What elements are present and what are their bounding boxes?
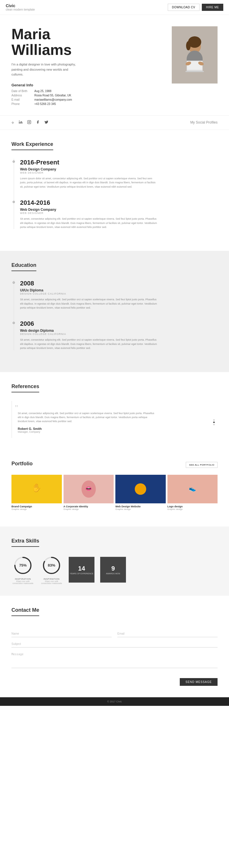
portfolio-item[interactable]: ✋ Brand Campaign Graphic design bbox=[11, 475, 62, 510]
hero-section: Maria Williams I'm a digital designer in… bbox=[0, 15, 229, 115]
last-name: Williams bbox=[11, 41, 72, 58]
instagram-icon[interactable] bbox=[27, 120, 31, 125]
skills-grid: 75% INSPIRATION Etiam non velit consecte… bbox=[11, 555, 218, 584]
portfolio-item-sublabel: Graphic design bbox=[63, 508, 114, 510]
info-label: Phone bbox=[11, 102, 34, 105]
timeline-desc: Lorem ipsum dolor sit amet, consectetur … bbox=[20, 177, 158, 189]
portfolio-item-label: A Corporate Identity bbox=[63, 505, 114, 508]
work-timeline-item: 2016-Present Web Design Company WEB DESI… bbox=[20, 159, 218, 189]
portfolio-header: Portfolio SEE ALL PORTFOLIO bbox=[11, 461, 218, 469]
reference-author: Robert G. Smith Manager, Company bbox=[18, 427, 212, 433]
form-row-2 bbox=[11, 641, 218, 648]
message-input[interactable] bbox=[11, 651, 218, 668]
subject-field bbox=[11, 641, 218, 648]
info-label: Date of Birth bbox=[11, 90, 34, 93]
facebook-icon[interactable] bbox=[36, 120, 40, 125]
education-timeline-item: 2008 UI/Ux Diploma DESIGN COLLEGE CALIFO… bbox=[20, 280, 218, 310]
extra-skills-section: Extra Skills 75% INSPIRATION Etiam non v… bbox=[0, 527, 229, 596]
timeline-year: 2016-Present bbox=[20, 159, 218, 166]
timeline-dot bbox=[12, 281, 15, 284]
svg-point-4 bbox=[186, 41, 191, 50]
dot-3 bbox=[213, 424, 215, 425]
circle-container: 83% bbox=[41, 555, 61, 576]
linkedin-icon[interactable] bbox=[19, 120, 23, 125]
timeline-dot bbox=[12, 160, 15, 163]
download-cv-button[interactable]: DOWNLOAD CV bbox=[168, 4, 200, 11]
navbar: Civic clean modern template DOWNLOAD CV … bbox=[0, 0, 229, 15]
svg-text:75%: 75% bbox=[19, 563, 27, 567]
dot-2 bbox=[213, 422, 215, 423]
education-degree: Web design Diploma bbox=[20, 329, 218, 333]
timeline-role: WEB DESIGNER bbox=[20, 171, 218, 174]
timeline-desc: Sit amet, consectetur adipiscing elit. S… bbox=[20, 217, 158, 229]
svg-text:👄: 👄 bbox=[85, 485, 92, 492]
education-timeline: 2008 UI/Ux Diploma DESIGN COLLEGE CALIFO… bbox=[11, 280, 218, 350]
portfolio-item[interactable]: 👟 Logo design Graphic design bbox=[168, 475, 218, 510]
twitter-icon[interactable] bbox=[45, 120, 48, 125]
portfolio-item-label: Logo design bbox=[168, 505, 218, 508]
info-row: Date of BirthAug 25, 1988 bbox=[11, 90, 166, 93]
education-desc: Sit amet, consectetur adipiscing elit. S… bbox=[20, 338, 158, 350]
info-row: Phone+43 5266 23 345 bbox=[11, 102, 166, 105]
stat-label: Awards Won bbox=[106, 572, 120, 575]
hire-me-button[interactable]: HIRE ME bbox=[202, 4, 223, 11]
logo-subtitle: clean modern template bbox=[6, 8, 35, 11]
portfolio-item-sublabel: Graphic design bbox=[115, 508, 166, 510]
portfolio-item[interactable]: 👄 A Corporate Identity Graphic design bbox=[63, 475, 114, 510]
education-section: Education 2008 UI/Ux Diploma DESIGN COLL… bbox=[0, 251, 229, 372]
portfolio-item[interactable]: Web Design Website Graphic design bbox=[115, 475, 166, 510]
info-label: Address bbox=[11, 94, 34, 97]
info-row: AddressRosia Road 55, Gibraltar, UK bbox=[11, 94, 166, 97]
nav-actions: DOWNLOAD CV HIRE ME bbox=[168, 4, 223, 11]
social-icons: ⟡ bbox=[11, 120, 48, 125]
info-value: Aug 25, 1988 bbox=[34, 90, 52, 93]
contact-title: Contact Me bbox=[11, 607, 39, 616]
portfolio-title: Portfolio bbox=[11, 461, 33, 469]
work-experience-title: Work Experience bbox=[11, 141, 53, 150]
timeline-role: WEB DESIGNER bbox=[20, 212, 218, 215]
stat-number: 14 bbox=[78, 565, 85, 572]
skill-stat: 9 Awards Won bbox=[100, 557, 126, 583]
social-bar: ⟡ My Social Profiles bbox=[0, 115, 229, 130]
info-row: E-mailmariawilliams@company.com bbox=[11, 98, 166, 101]
dot-1 bbox=[213, 419, 215, 421]
svg-point-15 bbox=[30, 121, 30, 121]
svg-rect-13 bbox=[27, 120, 31, 124]
portfolio-item-label: Web Design Website bbox=[115, 505, 166, 508]
portfolio-item-sublabel: Graphic design bbox=[11, 508, 62, 510]
quote-mark-icon: " bbox=[15, 403, 18, 412]
timeline-company: Web Design Company bbox=[20, 208, 218, 212]
subject-input[interactable] bbox=[11, 641, 218, 648]
education-year: 2006 bbox=[20, 320, 218, 328]
skill-circle-label: INSPIRATION bbox=[44, 578, 60, 580]
form-row-1 bbox=[11, 630, 218, 637]
portfolio-section: Portfolio SEE ALL PORTFOLIO ✋ Brand Camp… bbox=[0, 449, 229, 527]
timeline-year: 2014-2016 bbox=[20, 199, 218, 207]
info-table: Date of BirthAug 25, 1988AddressRosia Ro… bbox=[11, 90, 166, 105]
send-message-button[interactable]: SEND MESSAGE bbox=[180, 678, 218, 686]
extra-skills-title: Extra Skills bbox=[11, 538, 39, 547]
svg-point-14 bbox=[29, 122, 30, 123]
stat-number: 9 bbox=[111, 565, 115, 572]
info-label: E-mail bbox=[11, 98, 34, 101]
info-value: +43 5266 23 345 bbox=[34, 102, 56, 105]
see-all-portfolio-button[interactable]: SEE ALL PORTFOLIO bbox=[186, 462, 218, 468]
timeline-dot bbox=[12, 201, 15, 203]
education-title: Education bbox=[11, 262, 36, 271]
email-input[interactable] bbox=[117, 630, 218, 637]
name-input[interactable] bbox=[11, 630, 112, 637]
portfolio-thumbnail: 👟 bbox=[168, 475, 218, 503]
timeline-dot bbox=[12, 322, 15, 324]
reference-name: Robert G. Smith bbox=[18, 427, 212, 430]
skill-circle-sub: Etiam non velit consectetur malesuada bbox=[40, 580, 63, 584]
reference-job-title: Manager, Company bbox=[18, 430, 212, 433]
contact-section: Contact Me SEND MESSAGE bbox=[0, 596, 229, 697]
info-value: mariawilliams@company.com bbox=[34, 98, 72, 101]
general-info: General Info Date of BirthAug 25, 1988Ad… bbox=[11, 83, 166, 105]
skill-circle: 83% INSPIRATION Etiam non velit consecte… bbox=[40, 555, 63, 584]
timeline-company: Web Design Company bbox=[20, 167, 218, 171]
form-row-3 bbox=[11, 651, 218, 669]
pinterest-icon[interactable]: ⟡ bbox=[11, 120, 14, 125]
footer-text: © 2017 Civic bbox=[107, 700, 122, 703]
work-experience-section: Work Experience 2016-Present Web Design … bbox=[0, 130, 229, 251]
